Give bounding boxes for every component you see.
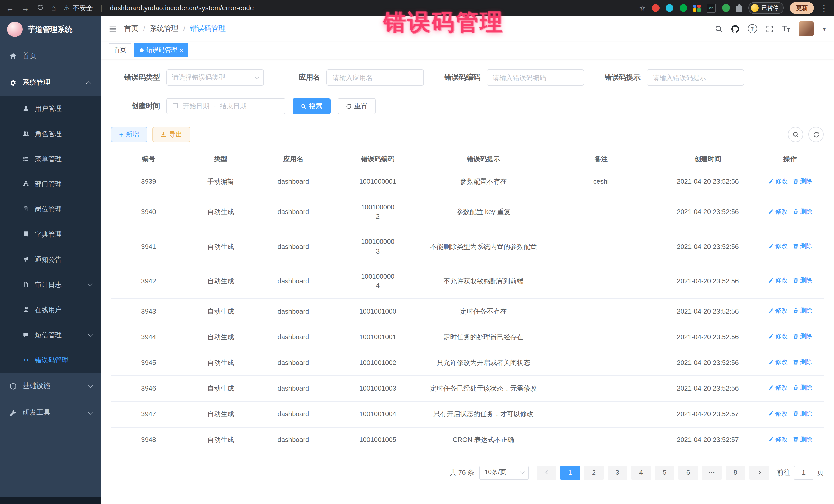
close-icon[interactable]: ×	[180, 47, 183, 53]
sidebar-item-devtools[interactable]: 研发工具	[0, 399, 101, 426]
sidebar-item-menus[interactable]: 菜单管理	[0, 146, 101, 171]
browser-forward-icon[interactable]: →	[22, 4, 29, 12]
edit-link[interactable]: 修改	[768, 207, 788, 216]
delete-link[interactable]: 删除	[793, 207, 812, 216]
delete-link[interactable]: 删除	[793, 409, 812, 418]
profile-paused-badge[interactable]: 已暂停	[748, 2, 784, 14]
error-message-input[interactable]	[647, 69, 744, 86]
fullscreen-icon[interactable]	[766, 25, 773, 32]
add-button[interactable]: + 新增	[111, 127, 147, 142]
extension-on-icon[interactable]: on	[707, 3, 716, 13]
extensions-puzzle-icon[interactable]	[736, 6, 742, 12]
sidebar-collapse-bar[interactable]	[0, 497, 101, 504]
sidebar-item-online-users[interactable]: 在线用户	[0, 297, 101, 322]
tab-error-code[interactable]: 错误码管理 ×	[134, 43, 188, 57]
edit-link[interactable]: 修改	[768, 177, 788, 186]
box-icon	[9, 382, 17, 390]
sidebar-item-sms[interactable]: 短信管理	[0, 322, 101, 348]
edit-link[interactable]: 修改	[768, 435, 788, 444]
tab-home[interactable]: 首页	[109, 43, 131, 57]
export-button[interactable]: 导出	[152, 127, 191, 142]
online-user-icon	[23, 306, 29, 313]
extension-icon-green[interactable]	[680, 4, 687, 12]
breadcrumb-system[interactable]: 系统管理	[150, 24, 179, 34]
error-code-input[interactable]	[486, 69, 584, 86]
edit-link[interactable]: 修改	[768, 384, 788, 392]
browser-home-icon[interactable]: ⌂	[51, 4, 56, 12]
address-bar[interactable]: dashboard.yudao.iocoder.cn/system/error-…	[110, 4, 254, 12]
caret-down-icon[interactable]: ▾	[823, 25, 826, 32]
delete-link[interactable]: 删除	[793, 435, 812, 444]
prev-page-button[interactable]	[537, 465, 556, 480]
extension-icon-leaf[interactable]	[722, 4, 730, 12]
user-avatar[interactable]	[799, 21, 814, 37]
delete-link[interactable]: 删除	[793, 277, 812, 285]
chrome-right-cluster: ☆ on 已暂停 更新 ⋮	[639, 2, 828, 14]
page-size-select[interactable]: 10条/页	[479, 465, 529, 480]
help-icon[interactable]: ?	[748, 24, 757, 34]
search-icon[interactable]	[715, 25, 722, 32]
hamburger-icon[interactable]	[109, 25, 116, 32]
font-size-icon[interactable]: TT	[782, 25, 790, 33]
delete-link[interactable]: 删除	[793, 384, 812, 392]
browser-reload-icon[interactable]	[37, 4, 44, 12]
page-button-6[interactable]: 6	[679, 465, 698, 480]
sidebar-item-home[interactable]: 首页	[0, 43, 101, 69]
sidebar-item-audit-log[interactable]: 审计日志	[0, 272, 101, 297]
org-tree-icon	[23, 181, 29, 187]
goto-page-input[interactable]	[794, 465, 813, 480]
header-remark: 备注	[543, 149, 659, 169]
browser-update-button[interactable]: 更新	[790, 2, 814, 14]
page-button-1[interactable]: 1	[561, 465, 580, 480]
extension-icon-teal[interactable]	[666, 4, 673, 12]
browser-menu-icon[interactable]: ⋮	[820, 3, 828, 13]
page-button-2[interactable]: 2	[584, 465, 603, 480]
delete-link[interactable]: 删除	[793, 242, 812, 250]
create-time-label: 创建时间	[111, 102, 160, 111]
sidebar-item-system[interactable]: 系统管理	[0, 69, 101, 96]
app-logo[interactable]: 芋道管理系统	[0, 16, 101, 43]
page-button-4[interactable]: 4	[631, 465, 651, 480]
sidebar-item-departments[interactable]: 部门管理	[0, 171, 101, 197]
delete-link[interactable]: 删除	[793, 332, 812, 341]
github-icon[interactable]	[731, 25, 739, 32]
pagination-ellipsis[interactable]: •••	[702, 465, 722, 480]
sidebar-item-posts[interactable]: 岗位管理	[0, 197, 101, 222]
bookmark-star-icon[interactable]: ☆	[639, 4, 646, 12]
search-button[interactable]: 搜索	[292, 98, 331, 114]
edit-link[interactable]: 修改	[768, 242, 788, 250]
reset-button[interactable]: 重置	[338, 98, 376, 114]
table-row: 3943 自动生成 dashboard 1001001000 定时任务不存在 2…	[111, 299, 824, 324]
sidebar-item-infrastructure[interactable]: 基础设施	[0, 373, 101, 399]
error-type-select[interactable]: 请选择错误码类型	[166, 69, 264, 86]
date-range-picker[interactable]: 开始日期 - 结束日期	[166, 98, 285, 114]
page-button-5[interactable]: 5	[655, 465, 674, 480]
edit-link[interactable]: 修改	[768, 277, 788, 285]
refresh-table-button[interactable]	[808, 127, 824, 142]
page-button-3[interactable]: 3	[608, 465, 627, 480]
edit-icon	[768, 243, 774, 249]
sidebar-item-notice[interactable]: 通知公告	[0, 247, 101, 272]
security-chip[interactable]: ⚠ 不安全	[64, 3, 93, 13]
app-name-input[interactable]	[326, 69, 424, 86]
delete-link[interactable]: 删除	[793, 306, 812, 315]
edit-link[interactable]: 修改	[768, 358, 788, 367]
sidebar-item-dictionary[interactable]: 字典管理	[0, 222, 101, 247]
extension-grid-icon[interactable]	[694, 4, 701, 12]
filter-row-1: 错误码类型 请选择错误码类型 应用名 错误码编码	[111, 69, 824, 86]
next-page-button[interactable]	[749, 465, 769, 480]
edit-link[interactable]: 修改	[768, 409, 788, 418]
delete-link[interactable]: 删除	[793, 177, 812, 186]
chevron-down-icon	[88, 382, 93, 388]
sidebar-item-error-code[interactable]: 错误码管理	[0, 348, 101, 373]
show-search-button[interactable]	[788, 127, 803, 142]
page-button-8[interactable]: 8	[726, 465, 745, 480]
edit-link[interactable]: 修改	[768, 332, 788, 341]
delete-link[interactable]: 删除	[793, 358, 812, 367]
edit-link[interactable]: 修改	[768, 306, 788, 315]
browser-back-icon[interactable]: ←	[6, 4, 14, 12]
extension-icon-red[interactable]	[652, 4, 659, 12]
breadcrumb-home[interactable]: 首页	[124, 24, 138, 34]
sidebar-item-users[interactable]: 用户管理	[0, 96, 101, 121]
sidebar-item-roles[interactable]: 角色管理	[0, 121, 101, 146]
